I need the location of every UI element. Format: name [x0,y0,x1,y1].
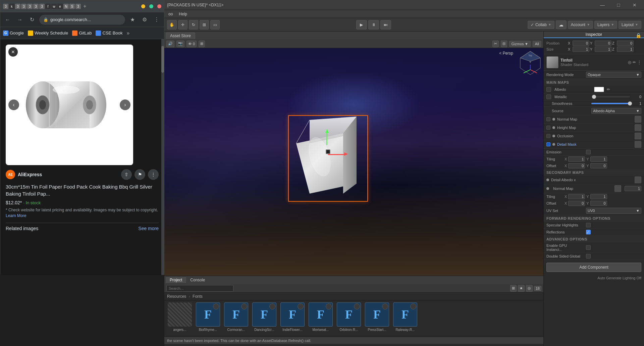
tool-move[interactable]: ✛ [178,20,187,29]
tab-inspector[interactable]: Inspector [544,31,644,38]
tab-project[interactable]: Project [166,277,186,283]
bookmark-google[interactable]: G Google [3,30,24,36]
audio-button[interactable]: 🔊 [166,41,174,47]
gpu-instancing-checkbox[interactable] [586,245,591,250]
asset-font-press[interactable]: F PressStart... [364,302,390,335]
asset-font-orbitron[interactable]: F Orbitron-R... [335,302,362,335]
metallic-checkbox[interactable] [546,94,551,99]
size-y-input[interactable] [595,47,611,52]
asset-texture-item[interactable]: angers... [166,302,193,335]
tab-icon-8[interactable]: f [45,4,51,9]
bookmark-product-button[interactable]: ⚑ [135,169,145,180]
scene-object-container[interactable] [289,117,367,200]
menu-oo[interactable]: oo [166,11,175,17]
detail-albedo-thumb[interactable] [635,177,641,183]
specular-checkbox[interactable] [586,223,591,227]
tab-icon-13[interactable]: 3 [75,4,81,9]
pos-y-input[interactable] [595,41,611,46]
uv-set-dropdown[interactable]: UV0 ▼ [586,208,641,214]
add-component-button[interactable]: Add Component [546,263,641,272]
sec-offset-x-input[interactable] [568,201,585,206]
size-x-input[interactable] [573,47,589,52]
tools-button[interactable]: ✂ [492,41,499,47]
gizmo-y-axis[interactable] [326,132,327,145]
browser-scrollbar[interactable] [161,39,164,275]
minimize-button[interactable] [141,4,145,8]
forward-button[interactable]: → [15,15,24,24]
height-map-checkbox[interactable] [546,126,550,130]
nav-cube[interactable]: Y Top [519,50,542,76]
tab-icon-1[interactable]: 3 [3,4,8,9]
material-menu-icon[interactable]: ⋮ [637,60,641,65]
tab-icon-3[interactable]: 3 [15,4,20,9]
asset-font-raleway[interactable]: F Raleway-R... [392,302,419,335]
albedo-checkbox[interactable] [546,87,551,92]
material-target-icon[interactable]: ◎ [628,60,631,65]
albedo-pencil-icon[interactable]: ✏ [607,87,610,92]
pos-z-input[interactable] [617,41,634,46]
tool-scale[interactable]: ⊞ [200,20,209,29]
reflections-checkbox[interactable]: ✓ [586,230,591,234]
tab-icon-7[interactable]: 3 [39,4,45,9]
asset-font-biorhyme[interactable]: F BioRhyme... [195,302,221,335]
account-dropdown[interactable]: Account ▼ [568,21,593,29]
occlusion-checkbox[interactable] [546,134,550,138]
gizmo-x-arrow[interactable] [344,152,348,156]
tab-icon-5[interactable]: 3 [27,4,33,9]
inspector-lock-icon[interactable]: 🔒 [636,33,641,38]
more-options-button[interactable]: ⋮ [148,169,159,180]
reload-button[interactable]: ↻ [27,15,37,24]
pos-x-input[interactable] [573,41,589,46]
height-map-thumb[interactable] [635,124,641,131]
sec-offset-y-input[interactable] [590,201,607,206]
tiling-x-input[interactable] [568,156,585,162]
bookmarks-more-button[interactable]: » [126,30,129,36]
gizmo-y-arrow[interactable] [325,129,329,133]
tool-rotate[interactable]: ↻ [189,20,198,29]
metallic-thumb[interactable] [592,95,596,99]
collab-dropdown[interactable]: ✓ Collab ▼ [528,21,554,29]
menu-help[interactable]: Help [176,11,190,17]
back-button[interactable]: ← [3,15,12,24]
visibility-button[interactable]: 👁 0 [186,41,197,47]
tool-rect[interactable]: ▭ [210,20,220,29]
pause-button[interactable]: ⏸ [368,20,379,29]
breadcrumb-fonts[interactable]: Fonts [193,294,203,299]
sec-normal-thumb[interactable] [614,185,621,192]
unity-maximize-button[interactable]: □ [612,1,625,9]
rendering-mode-dropdown[interactable]: Opaque ▼ [586,72,641,78]
cloud-button[interactable]: ☁ [556,20,567,29]
albedo-color-swatch[interactable] [594,87,604,92]
see-more-button[interactable]: See more [138,226,159,231]
unity-minimize-button[interactable]: — [596,1,609,9]
normal-map-checkbox[interactable] [546,117,550,121]
offset-y-input[interactable] [590,163,607,168]
star-button[interactable]: ★ [518,285,525,292]
tab-icon-10[interactable]: e [57,4,63,9]
scene-view[interactable]: < Persp Y Top [164,48,543,276]
asset-font-dancing[interactable]: F DancingScr... [251,302,278,335]
product-close-button[interactable]: ✕ [8,47,18,57]
asset-font-cormoran[interactable]: F Cormoran... [223,302,250,335]
tab-icon-6[interactable]: 3 [33,4,39,9]
normal-map-thumb[interactable] [635,116,641,123]
smoothness-thumb[interactable] [628,101,632,106]
product-prev-button[interactable]: ‹ [8,99,19,110]
product-next-button[interactable]: › [120,99,130,110]
sec-tiling-x-input[interactable] [568,194,585,199]
new-tab-button[interactable]: + [82,3,88,10]
bookmark-weekly[interactable]: Weekly Schedule [28,30,68,36]
tool-hand[interactable]: ✋ [167,20,177,29]
detail-mask-thumb[interactable] [635,141,641,148]
tab-icon-11[interactable]: N [63,4,69,9]
emission-checkbox[interactable] [586,150,591,154]
project-search[interactable] [166,285,233,292]
asset-font-merri[interactable]: F Meriweat... [307,302,334,335]
metallic-slider[interactable] [594,96,630,97]
step-button[interactable]: ⏭ [380,20,391,29]
maximize-button[interactable] [149,4,153,8]
detail-mask-checkbox[interactable] [546,142,550,146]
gizmo-center[interactable] [326,149,330,154]
unity-close-button[interactable]: ✕ [628,1,641,9]
sec-tiling-y-input[interactable] [590,194,607,199]
